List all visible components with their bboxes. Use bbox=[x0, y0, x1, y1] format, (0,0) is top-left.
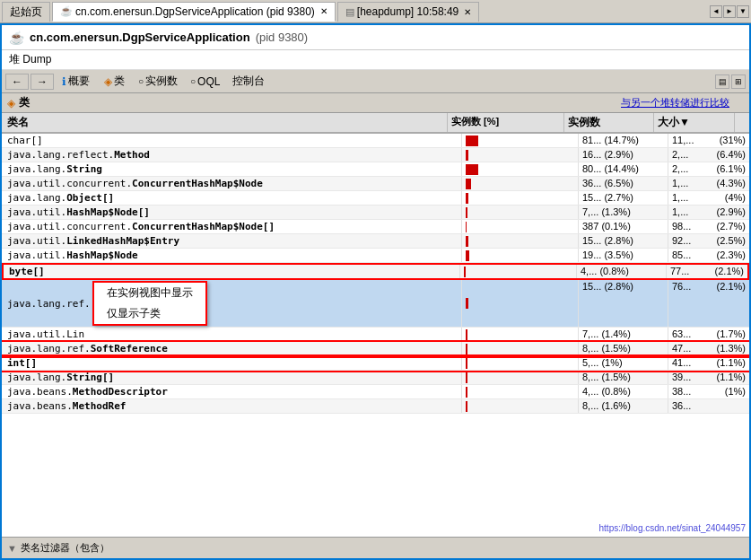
table-row-highlighted[interactable]: int[] 5,... (1%) 41...(1.1%) bbox=[2, 356, 749, 371]
table-row-highlighted[interactable]: java.lang.ref.SoftReference 8,... (1.5%)… bbox=[2, 342, 749, 356]
filter-label: 类名过滤器（包含） bbox=[21, 541, 109, 555]
cell-size: 1,...(2.9%) bbox=[668, 206, 749, 219]
cell-size: 2,...(6.1%) bbox=[668, 162, 749, 176]
col-header-scroll bbox=[735, 113, 749, 132]
cell-size: 39...(1.1%) bbox=[668, 371, 749, 384]
table-row[interactable]: java.util.concurrent.ConcurrentHashMap$N… bbox=[2, 177, 749, 191]
cell-name: java.lang.ref. 在实例视图中显示 仅显示子类 bbox=[2, 280, 462, 327]
cell-size: 85...(2.3%) bbox=[668, 249, 749, 262]
table-row[interactable]: java.util.HashMap$Node[] 7,... (1.3%) 1,… bbox=[2, 206, 749, 220]
cell-name: java.beans.MethodDescriptor bbox=[2, 385, 462, 398]
compare-link[interactable]: 与另一个堆转储进行比较 bbox=[621, 96, 729, 109]
app-tab-icon: ☕ bbox=[60, 5, 73, 17]
cell-size: 11,...(31%) bbox=[668, 134, 749, 147]
context-menu[interactable]: 在实例视图中显示 仅显示子类 bbox=[92, 281, 207, 326]
heap-tab-icon: ▤ bbox=[345, 6, 354, 18]
toolbar-action-btn1[interactable]: ▤ bbox=[715, 74, 729, 89]
table-row[interactable]: java.util.LinkedHashMap$Entry 15... (2.8… bbox=[2, 234, 749, 249]
app-icon: ☕ bbox=[9, 31, 24, 45]
table-row[interactable]: java.beans.MethodRef 8,... (1.6%) 36... bbox=[2, 399, 749, 414]
class-section-label: 类 bbox=[19, 95, 30, 110]
heap-tab-close[interactable]: ✕ bbox=[464, 7, 471, 17]
table-row[interactable]: char[] 81... (14.7%) 11,...(31%) bbox=[2, 134, 749, 148]
table-row[interactable]: java.util.concurrent.ConcurrentHashMap$N… bbox=[2, 220, 749, 234]
nav-next-btn[interactable]: ► bbox=[723, 5, 736, 18]
cell-name: java.lang.Object[] bbox=[2, 191, 462, 205]
info-icon: ℹ bbox=[62, 75, 66, 88]
col-header-name: 类名 bbox=[2, 113, 448, 132]
table-row[interactable]: java.lang.String 80... (14.4%) 2,...(6.1… bbox=[2, 162, 749, 177]
app-tab-close[interactable]: ✕ bbox=[320, 6, 327, 16]
table-row[interactable]: java.lang.Object[] 15... (2.7%) 1,...(4%… bbox=[2, 191, 749, 206]
cell-bar bbox=[462, 371, 579, 384]
cell-instances: 387 (0.1%) bbox=[579, 220, 668, 233]
cell-instances: 15... (2.7%) bbox=[579, 191, 668, 205]
cell-instances: 80... (14.4%) bbox=[579, 162, 668, 176]
col-header-bar: 实例数 [%] bbox=[448, 113, 564, 132]
cell-name: java.util.concurrent.ConcurrentHashMap$N… bbox=[2, 220, 462, 233]
cell-bar bbox=[460, 265, 577, 278]
radio-icon: ○ bbox=[138, 76, 144, 86]
table-row[interactable]: java.lang.reflect.Method 16... (2.9%) 2,… bbox=[2, 148, 749, 162]
cell-name: java.util.LinkedHashMap$Entry bbox=[2, 234, 462, 248]
cell-bar bbox=[462, 206, 579, 219]
table-row-highlighted[interactable]: byte[] 4,... (0.8%) 77...(2.1%) bbox=[2, 263, 749, 280]
filter-bar[interactable]: ▼ 类名过滤器（包含） bbox=[2, 537, 749, 558]
context-menu-item-subclass[interactable]: 仅显示子类 bbox=[94, 303, 205, 324]
app-tab-label: cn.com.enersun.DgpServiceApplication (pi… bbox=[75, 5, 315, 18]
oql-label: OQL bbox=[197, 75, 220, 88]
heap-tab-label: [heapdump] 10:58:49 bbox=[357, 5, 458, 18]
cell-instances: 8,... (1.5%) bbox=[579, 342, 668, 355]
heap-tab[interactable]: ▤ [heapdump] 10:58:49 ✕ bbox=[337, 2, 479, 22]
nav-prev-btn[interactable]: ◄ bbox=[710, 5, 722, 18]
cell-instances: 8,... (1.5%) bbox=[579, 371, 668, 384]
app-title: cn.com.enersun.DgpServiceApplication bbox=[30, 31, 250, 44]
cell-instances: 19... (3.5%) bbox=[579, 249, 668, 262]
pid-label: (pid 9380) bbox=[256, 31, 309, 44]
cell-instances: 5,... (1%) bbox=[579, 356, 668, 370]
cell-size: 38...(1%) bbox=[668, 385, 749, 398]
console-btn[interactable]: 控制台 bbox=[227, 73, 270, 90]
table-row[interactable]: java.util.Lin 7,... (1.4%) 63...(1.7%) bbox=[2, 328, 749, 342]
cell-size: 1,...(4%) bbox=[668, 191, 749, 205]
context-menu-item-show[interactable]: 在实例视图中显示 bbox=[94, 283, 205, 303]
cell-name: char[] bbox=[2, 134, 462, 147]
cell-size: 98...(2.7%) bbox=[668, 220, 749, 233]
nav-dropdown-btn[interactable]: ▼ bbox=[737, 5, 749, 18]
oql-radio-icon: ○ bbox=[190, 76, 196, 86]
table-body[interactable]: char[] 81... (14.7%) 11,...(31%) java.la… bbox=[2, 134, 749, 537]
filter-icon: ▼ bbox=[7, 543, 17, 554]
table-row[interactable]: java.util.HashMap$Node 19... (3.5%) 85..… bbox=[2, 249, 749, 263]
class-icon: ◈ bbox=[104, 75, 112, 88]
cell-name: int[] bbox=[2, 356, 462, 370]
table-row[interactable]: java.lang.String[] 8,... (1.5%) 39...(1.… bbox=[2, 371, 749, 385]
table-section-header: ◈ 类 与另一个堆转储进行比较 bbox=[2, 93, 749, 113]
section-label: 堆 Dump bbox=[2, 50, 749, 70]
instance-count-radio[interactable]: ○ 实例数 bbox=[133, 73, 183, 90]
cell-bar bbox=[462, 342, 579, 355]
overview-btn[interactable]: ℹ 概要 bbox=[56, 72, 96, 91]
cell-instances: 81... (14.7%) bbox=[579, 134, 668, 147]
cell-size: 92...(2.5%) bbox=[668, 234, 749, 248]
forward-button[interactable]: → bbox=[31, 74, 54, 90]
cell-bar bbox=[462, 385, 579, 398]
toolbar-action-btn2[interactable]: ⊞ bbox=[731, 74, 746, 89]
cell-name: byte[] bbox=[4, 265, 460, 278]
class-section-icon: ◈ bbox=[7, 97, 15, 109]
table-row[interactable]: java.beans.MethodDescriptor 4,... (0.8%)… bbox=[2, 385, 749, 399]
back-button[interactable]: ← bbox=[5, 74, 29, 90]
cell-name: java.lang.String bbox=[2, 162, 462, 176]
cell-instances: 8,... (1.6%) bbox=[579, 399, 668, 413]
class-btn[interactable]: ◈ 类 bbox=[98, 72, 131, 91]
cell-instances: 15... (2.8%) bbox=[579, 234, 668, 248]
home-tab[interactable]: 起始页 bbox=[2, 2, 50, 22]
table-row-with-menu[interactable]: java.lang.ref. 在实例视图中显示 仅显示子类 15... (2.8… bbox=[2, 280, 749, 328]
cell-instances: 36... (6.5%) bbox=[579, 177, 668, 190]
app-tab[interactable]: ☕ cn.com.enersun.DgpServiceApplication (… bbox=[52, 2, 336, 22]
cell-bar bbox=[462, 177, 579, 190]
oql-radio[interactable]: ○ OQL bbox=[185, 74, 225, 89]
cell-bar bbox=[462, 191, 579, 205]
cell-name: java.util.concurrent.ConcurrentHashMap$N… bbox=[2, 177, 462, 190]
cell-name: java.util.HashMap$Node[] bbox=[2, 206, 462, 219]
cell-name: java.lang.ref.SoftReference bbox=[2, 342, 462, 355]
